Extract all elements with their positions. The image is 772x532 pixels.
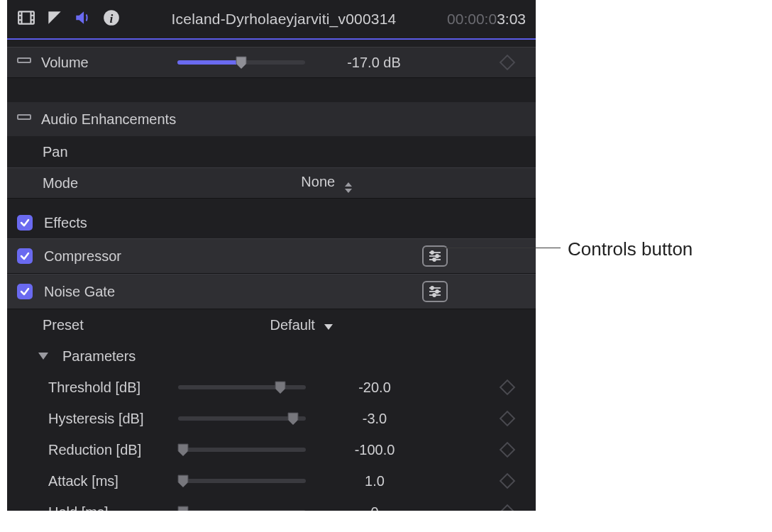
keyframe-icon[interactable] [500,442,516,458]
effect-compressor-row[interactable]: Compressor [7,238,536,274]
noisegate-checkbox[interactable] [17,284,33,299]
keyframe-icon[interactable] [500,473,516,489]
compressor-label: Compressor [41,248,194,265]
param-slider[interactable] [178,416,306,421]
param-label: Reduction [dB] [17,442,170,458]
volume-label: Volume [41,55,169,71]
video-tab-icon[interactable] [17,9,35,31]
svg-rect-0 [18,11,34,23]
parameter-row: Reduction [dB] -100.0 [7,434,536,465]
audio-inspector-panel: i Iceland-Dyrholaeyjarviti_v000314 00:00… [7,0,536,511]
section-icon [17,114,31,124]
noisegate-label: Noise Gate [41,284,194,300]
parameter-row: Attack [ms] 1.0 [7,465,536,497]
annotation-label: Controls button [568,238,693,260]
keyframe-icon[interactable] [500,411,516,427]
parameter-row: Hysteresis [dB] -3.0 [7,403,536,434]
param-value[interactable]: 1.0 [321,473,428,489]
volume-row: Volume -17.0 dB [7,47,536,78]
chevron-down-icon [324,324,333,330]
noisegate-controls-button[interactable] [422,281,448,302]
keyframe-icon[interactable] [500,379,516,396]
svg-point-20 [433,294,436,297]
svg-text:i: i [110,11,114,25]
info-tab-icon[interactable]: i [102,9,121,31]
svg-point-12 [436,255,439,257]
effects-header-row[interactable]: Effects [7,207,536,238]
inspector-topbar: i Iceland-Dyrholaeyjarviti_v000314 00:00… [7,0,536,40]
pan-header-row[interactable]: Pan [7,136,536,167]
volume-slider[interactable] [177,60,305,65]
color-tab-icon[interactable] [45,9,64,31]
pan-label: Pan [17,144,170,160]
clip-title: Iceland-Dyrholaeyjarviti_v000314 [133,11,434,28]
section-icon [17,57,31,67]
keyframe-icon[interactable] [500,55,516,71]
audio-enhancements-label: Audio Enhancements [41,111,176,128]
param-slider[interactable] [178,479,306,483]
preset-dropdown[interactable]: Default [270,317,333,333]
param-slider[interactable] [178,385,306,389]
effects-label: Effects [41,215,194,231]
param-value[interactable]: -20.0 [321,379,428,396]
disclosure-triangle-icon[interactable] [38,353,48,360]
param-value[interactable]: -3.0 [321,411,428,427]
parameters-label: Parameters [62,348,136,365]
preset-label: Preset [17,317,170,333]
param-label: Threshold [dB] [17,379,170,396]
param-value[interactable]: 0 [321,504,428,511]
pan-mode-dropdown[interactable]: None [301,174,351,193]
param-label: Hold [ms] [17,504,170,511]
keyframe-icon[interactable] [500,504,516,511]
preset-row: Preset Default [7,309,536,340]
param-label: Hysteresis [dB] [17,411,170,427]
annotation-leader-line [424,248,561,255]
effect-noisegate-row[interactable]: Noise Gate [7,274,536,309]
audio-enhancements-header[interactable]: Audio Enhancements [7,102,536,136]
param-value[interactable]: -100.0 [321,442,428,458]
parameters-header-row[interactable]: Parameters [7,340,536,372]
updown-caret-icon [345,182,352,193]
pan-mode-label: Mode [17,175,170,192]
param-slider[interactable] [178,448,306,452]
compressor-checkbox[interactable] [17,248,33,264]
volume-value[interactable]: -17.0 dB [321,55,427,71]
audio-tab-icon[interactable] [74,9,92,31]
parameter-row: Threshold [dB] -20.0 [7,372,536,403]
param-slider[interactable] [178,510,306,511]
parameter-row: Hold [ms] 0 [7,497,536,511]
param-label: Attack [ms] [17,473,170,489]
timecode: 00:00:03:03 [447,11,526,28]
effects-checkbox[interactable] [17,215,33,231]
svg-point-16 [431,287,434,289]
pan-mode-row: Mode None [7,167,536,199]
svg-point-18 [436,290,439,293]
svg-point-14 [433,258,436,261]
